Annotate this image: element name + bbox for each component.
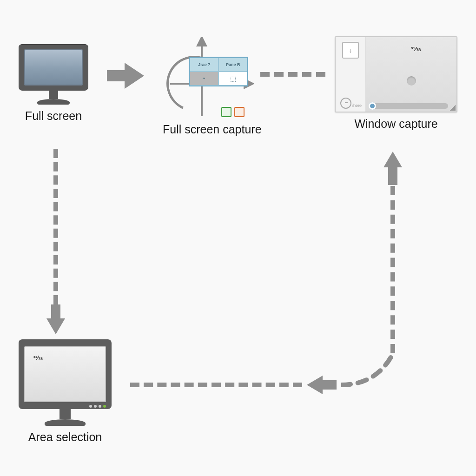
node-full-screen-capture: Jrae 7 Pane R ⚭ ⬚ Full screen capture <box>163 37 262 136</box>
circle-icon <box>407 76 416 86</box>
label-full-screen-capture: Full screen capture <box>163 123 262 136</box>
arrow-down-stem <box>51 304 60 318</box>
area-watermark: ˢ¹⁄₇₈ <box>33 355 43 361</box>
arrow-left-head-icon <box>307 376 323 394</box>
window-watermark: ˢ¹⁄₇₈ <box>411 46 421 53</box>
node-full-screen: Full screen <box>19 44 88 123</box>
grid-header-1: Jrae 7 <box>190 58 218 72</box>
grid-cell-left: ⚭ <box>190 72 218 86</box>
monitor-icon <box>19 44 88 105</box>
grid-header-2: Pane R <box>218 58 247 72</box>
grid-cell-right: ⬚ <box>218 72 247 86</box>
progress-thumb <box>369 102 376 110</box>
label-window-capture: Window capture <box>354 117 437 131</box>
arrow-dashed-horizontal <box>130 383 302 387</box>
arrow-up-stem <box>388 167 397 185</box>
label-area-selection: Area selection <box>28 430 102 444</box>
small-green-icon <box>221 107 231 117</box>
download-icon: ↓ <box>342 42 359 59</box>
monitor-light-icon: ˢ¹⁄₇₈ <box>19 339 112 426</box>
diagram-canvas: Full screen Jrae 7 Pane R ⚭ <box>0 0 476 476</box>
resize-grip-icon <box>450 105 456 111</box>
arrow-curve-icon <box>341 355 402 415</box>
clock-icon <box>340 98 351 109</box>
side-small-text: ihere <box>352 103 362 108</box>
arrow-down-head-icon <box>46 318 65 334</box>
label-full-screen: Full screen <box>25 109 82 123</box>
arrow-left-stem <box>323 380 337 390</box>
arrow-up-head-icon <box>383 152 402 167</box>
arrow-solid-right-icon <box>107 63 144 89</box>
arrow-dashed-vertical <box>390 186 395 353</box>
node-area-selection: ˢ¹⁄₇₈ Area selection <box>19 339 112 444</box>
progress-bar <box>370 103 448 109</box>
axes-grid-icon: Jrae 7 Pane R ⚭ ⬚ <box>170 37 254 112</box>
arrow-dashed-down-line <box>53 149 58 304</box>
small-orange-icon <box>234 107 245 117</box>
arrow-dashed-right-icon <box>260 72 325 77</box>
window-capture-icon: ↓ ihere ˢ¹⁄₇₈ <box>335 36 457 112</box>
node-window-capture: ↓ ihere ˢ¹⁄₇₈ Window capture <box>335 36 457 131</box>
